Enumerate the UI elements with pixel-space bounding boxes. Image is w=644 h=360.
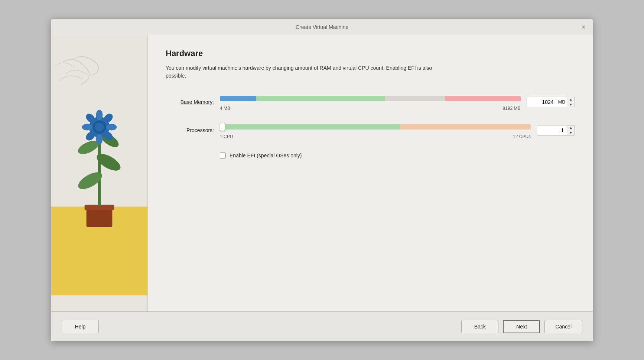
processors-section: Processors: xyxy=(166,121,575,139)
illustration-svg xyxy=(51,35,147,311)
processors-slider-labels: 1 CPU 12 CPUs xyxy=(220,134,531,139)
memory-arrows: ▲ ▼ xyxy=(567,97,575,107)
efi-checkbox[interactable] xyxy=(220,153,226,158)
processors-max-label: 12 CPUs xyxy=(513,134,531,139)
page-description: You can modify virtual machine's hardwar… xyxy=(166,64,448,80)
processors-slider-thumb[interactable] xyxy=(220,123,225,131)
processors-arrows: ▲ ▼ xyxy=(567,125,575,135)
page-title: Hardware xyxy=(166,49,575,58)
efi-row: Enable EFI (special OSes only) xyxy=(220,153,575,158)
close-button[interactable]: × xyxy=(579,23,588,31)
memory-slider[interactable] xyxy=(220,93,521,104)
memory-increment-button[interactable]: ▲ xyxy=(567,97,575,102)
memory-label: Base Memory: xyxy=(166,99,214,105)
footer-right: Back Next Cancel xyxy=(461,320,582,333)
svg-point-12 xyxy=(82,124,92,131)
memory-slider-container: 4 MB 8192 MB xyxy=(220,93,521,111)
memory-unit: MB xyxy=(557,97,567,107)
processors-min-label: 1 CPU xyxy=(220,134,233,139)
processors-track-wrapper[interactable] xyxy=(220,121,531,132)
processors-row: Processors: xyxy=(166,121,575,139)
sidebar-illustration xyxy=(51,35,147,311)
dialog-body: Hardware You can modify virtual machine'… xyxy=(51,35,593,311)
memory-spinbox[interactable]: 1024 MB ▲ ▼ xyxy=(527,97,575,107)
processors-slider-container: 1 CPU 12 CPUs xyxy=(220,121,531,139)
svg-point-19 xyxy=(95,123,104,132)
back-button[interactable]: Back xyxy=(461,320,498,333)
window-title: Create Virtual Machine xyxy=(296,24,348,30)
sidebar xyxy=(51,35,148,311)
svg-point-10 xyxy=(96,110,103,120)
memory-decrement-button[interactable]: ▼ xyxy=(567,102,575,107)
processors-increment-button[interactable]: ▲ xyxy=(567,125,575,130)
content-area: Hardware You can modify virtual machine'… xyxy=(148,35,593,311)
processors-slider[interactable] xyxy=(220,121,531,132)
footer: Help Back Next Cancel xyxy=(51,311,593,341)
create-vm-dialog: Create Virtual Machine × xyxy=(51,19,593,341)
footer-left: Help xyxy=(62,320,99,333)
cancel-button[interactable]: Cancel xyxy=(544,320,582,333)
svg-point-13 xyxy=(106,124,117,131)
next-button[interactable]: Next xyxy=(503,320,540,333)
memory-max-label: 8192 MB xyxy=(502,106,520,111)
memory-value: 1024 xyxy=(527,97,557,107)
help-button[interactable]: Help xyxy=(62,320,99,333)
memory-row: Base Memory: xyxy=(166,93,575,111)
memory-min-label: 4 MB xyxy=(220,106,230,111)
memory-track-wrapper[interactable] xyxy=(220,93,521,104)
hardware-form: Base Memory: xyxy=(166,93,575,158)
efi-label[interactable]: Enable EFI (special OSes only) xyxy=(230,153,302,158)
svg-point-11 xyxy=(96,134,103,144)
processors-decrement-button[interactable]: ▼ xyxy=(567,130,575,135)
processors-value: 1 xyxy=(537,125,567,135)
title-bar: Create Virtual Machine × xyxy=(51,19,593,35)
processors-spinbox[interactable]: 1 ▲ ▼ xyxy=(537,125,575,135)
memory-section: Base Memory: xyxy=(166,93,575,111)
memory-slider-labels: 4 MB 8192 MB xyxy=(220,106,521,111)
processors-label: Processors: xyxy=(166,127,214,133)
